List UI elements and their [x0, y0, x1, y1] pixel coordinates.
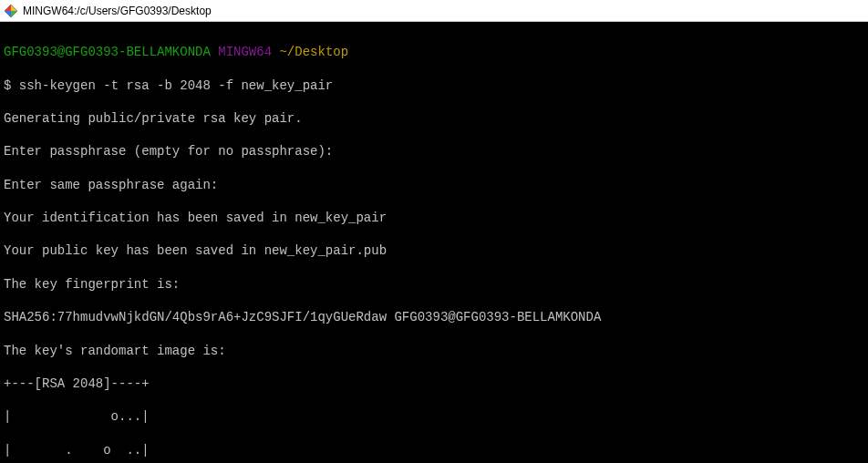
randomart-line: | o...| — [4, 408, 864, 425]
prompt-line: GFG0393@GFG0393-BELLAMKONDA MINGW64 ~/De… — [4, 44, 864, 60]
output-line: Your identification has been saved in ne… — [4, 210, 864, 226]
svg-marker-4 — [5, 5, 11, 11]
randomart-line: +---[RSA 2048]----+ — [4, 376, 864, 392]
output-line: Your public key has been saved in new_ke… — [4, 242, 864, 259]
command-text: ssh-keygen -t rsa -b 2048 -f new_key_pai… — [19, 78, 333, 93]
app-icon — [4, 4, 18, 18]
env-name: MINGW64 — [218, 45, 272, 59]
randomart-line: | . o ..| — [4, 442, 864, 458]
window-titlebar[interactable]: MINGW64:/c/Users/GFG0393/Desktop — [0, 0, 868, 22]
command-line: $ ssh-keygen -t rsa -b 2048 -f new_key_p… — [4, 77, 864, 94]
output-line: The key's randomart image is: — [4, 343, 864, 359]
output-line: Generating public/private rsa key pair. — [4, 110, 864, 127]
output-line: SHA256:77hmudvwNjkdGN/4Qbs9rA6+JzC9SJFI/… — [4, 309, 864, 325]
window-title: MINGW64:/c/Users/GFG0393/Desktop — [23, 5, 212, 17]
path: ~/Desktop — [279, 45, 348, 59]
output-line: The key fingerprint is: — [4, 276, 864, 293]
output-line: Enter same passphrase again: — [4, 177, 864, 193]
terminal-output[interactable]: GFG0393@GFG0393-BELLAMKONDA MINGW64 ~/De… — [0, 22, 868, 463]
user-host: GFG0393@GFG0393-BELLAMKONDA — [4, 45, 211, 59]
output-line: Enter passphrase (empty for no passphras… — [4, 143, 864, 159]
